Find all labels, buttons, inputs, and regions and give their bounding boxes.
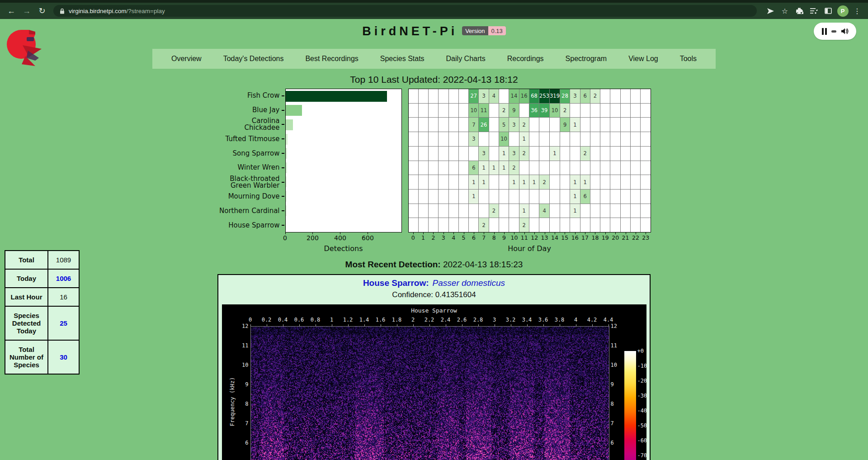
heatmap-cell [539, 118, 549, 132]
heatmap-cell [409, 161, 418, 175]
species-label: Winter Wren [217, 161, 285, 175]
heatmap-cell [621, 218, 630, 232]
heatmap-cell [529, 218, 539, 232]
heatmap-cell: 2 [519, 147, 529, 161]
heatmap-cell [449, 190, 458, 204]
heatmap-cell [439, 89, 448, 103]
detection-species[interactable]: House Sparrow: [363, 278, 429, 288]
heatmap-cell [550, 132, 560, 146]
heatmap-cell: 2 [539, 175, 549, 189]
heatmap-cell [641, 175, 650, 189]
stats-label: Species Detected Today [5, 306, 48, 340]
heatmap-cell: 3 [469, 132, 478, 146]
extensions-icon[interactable] [793, 5, 806, 17]
nav-item-tools[interactable]: Tools [680, 55, 697, 63]
heatmap-cell: 1 [469, 190, 478, 204]
heatmap-cell: 16 [519, 89, 529, 103]
bar-x-label: Detections [285, 242, 402, 253]
heatmap-cell: 10 [499, 132, 509, 146]
heatmap-cell: 2 [499, 104, 509, 118]
heatmap-cell [621, 161, 630, 175]
heatmap-cell [519, 161, 529, 175]
heatmap-cell: 6 [469, 161, 478, 175]
nav-item-spectrogram[interactable]: Spectrogram [566, 55, 607, 63]
heatmap-cell [469, 147, 478, 161]
detection-scientific-name: Passer domesticus [433, 278, 505, 288]
stats-value-link[interactable]: 25 [48, 306, 79, 340]
heatmap-cell [499, 175, 509, 189]
heatmap-cell: 3 [509, 147, 519, 161]
nav-item-species-stats[interactable]: Species Stats [380, 55, 425, 63]
heatmap-cell [570, 132, 580, 146]
heatmap-cell [590, 161, 600, 175]
heatmap-cell [600, 218, 610, 232]
heatmap-cell [641, 118, 650, 132]
heatmap-cell [429, 132, 438, 146]
heatmap-cell: 1 [529, 175, 539, 189]
top10-chart: Fish CrowBlue JayCarolina ChickadeeTufte… [0, 89, 868, 253]
heatmap-cell [509, 218, 519, 232]
heatmap-cell [570, 161, 580, 175]
heatmap-cell [641, 104, 650, 118]
species-label: Mourning Dove [217, 190, 285, 204]
heatmap-cell [610, 161, 620, 175]
heatmap-cell [429, 190, 438, 204]
heatmap-cell [600, 118, 610, 132]
heatmap-cell: 1 [519, 175, 529, 189]
back-button[interactable]: ← [5, 5, 18, 17]
heatmap-cell [489, 147, 499, 161]
heatmap-cell [590, 118, 600, 132]
volume-icon[interactable] [841, 28, 849, 35]
heatmap-cell [610, 118, 620, 132]
masthead: BirdNET-PiVersion0.13 [0, 19, 868, 40]
heatmap-cell [409, 118, 418, 132]
nav-item-best-recordings[interactable]: Best Recordings [305, 55, 358, 63]
birdnetpi-page: BirdNET-PiVersion0.13 OverviewToday's De… [0, 19, 868, 460]
kebab-menu-icon[interactable]: ⋮ [851, 5, 863, 17]
heatmap-cell: 2 [479, 218, 488, 232]
detections-bar [286, 148, 288, 159]
nav-item-today-s-detections[interactable]: Today's Detections [223, 55, 284, 63]
send-icon[interactable] [764, 5, 777, 17]
stats-value-link[interactable]: 30 [48, 340, 79, 374]
detection-title: House Sparrow:Passer domesticus [218, 278, 650, 290]
heatmap-cell [409, 104, 418, 118]
heatmap-cell [419, 175, 428, 189]
heatmap-cell [479, 190, 488, 204]
heatmap-cell [631, 218, 640, 232]
heatmap-cell [439, 147, 448, 161]
species-label: Blue Jay [217, 103, 285, 118]
heatmap-cell [469, 204, 478, 218]
bookmark-star-icon[interactable]: ☆ [778, 5, 791, 17]
heatmap-cell [580, 118, 590, 132]
heatmap-cell [409, 218, 418, 232]
nav-item-overview[interactable]: Overview [171, 55, 202, 63]
species-label: House Sparrow [217, 218, 285, 232]
heatmap-cell [519, 190, 529, 204]
heatmap-cell [590, 104, 600, 118]
profile-avatar[interactable]: P [836, 5, 849, 17]
url-bar[interactable]: virginia.birdnetpi.com/?stream=play [53, 5, 757, 17]
heatmap-cell [539, 190, 549, 204]
nav-item-daily-charts[interactable]: Daily Charts [446, 55, 486, 63]
heatmap-cell [419, 204, 428, 218]
species-label: Carolina Chickadee [217, 118, 285, 132]
audio-player [814, 23, 856, 40]
heatmap-cell [600, 89, 610, 103]
stats-value-link[interactable]: 1006 [48, 269, 79, 288]
forward-button[interactable]: → [20, 5, 33, 17]
nav-item-recordings[interactable]: Recordings [507, 55, 544, 63]
reload-button[interactable]: ↻ [35, 5, 49, 17]
heatmap-cell [641, 132, 650, 146]
player-progress[interactable] [831, 30, 836, 33]
media-controls-icon[interactable] [807, 5, 820, 17]
heatmap-cell [489, 118, 499, 132]
heatmap-cell [439, 175, 448, 189]
nav-item-view-log[interactable]: View Log [628, 55, 658, 63]
heatmap-x-label: Hour of Day [408, 242, 651, 253]
heatmap-cell [560, 204, 570, 218]
heatmap-cell: 9 [560, 118, 570, 132]
side-panel-icon[interactable] [822, 5, 835, 17]
pause-button[interactable] [822, 28, 827, 35]
heatmap-cell [590, 204, 600, 218]
